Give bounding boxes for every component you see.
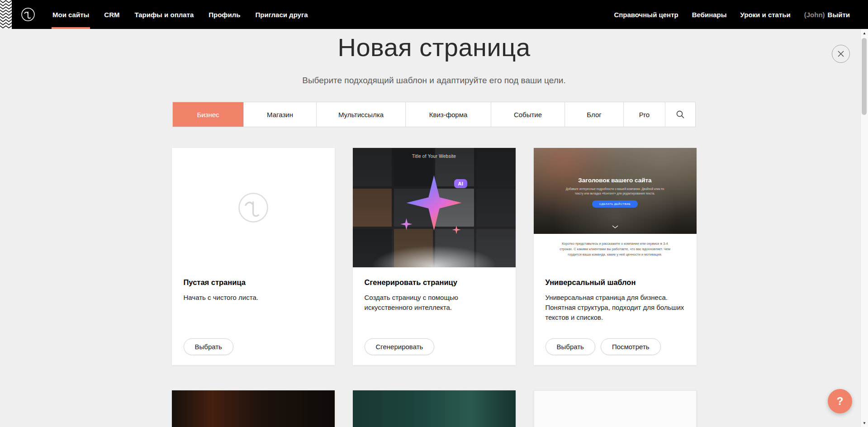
card-body: Пустая страница Начать с чистого листа. … xyxy=(172,267,335,365)
close-icon xyxy=(837,50,844,57)
choose-universal-button[interactable]: Выбрать xyxy=(545,338,595,355)
card-body: Универсальный шаблон Универсальная стран… xyxy=(534,267,697,365)
topbar: Мои сайты CRM Тарифы и оплата Профиль Пр… xyxy=(0,0,868,29)
card-title: Сгенерировать страницу xyxy=(365,278,504,287)
universal-template-preview[interactable]: Заголовок вашего сайта Добавьте интересн… xyxy=(534,148,697,267)
ai-template-preview[interactable]: Title of Your Website AI xyxy=(353,148,516,267)
card-actions: Выбрать xyxy=(184,338,323,355)
template-hero-subtitle: Добавьте интересные подробности о вашей … xyxy=(561,187,669,196)
preview-site-title: Title of Your Website xyxy=(353,154,516,159)
choose-blank-button[interactable]: Выбрать xyxy=(184,338,233,355)
scrollbar-down-arrow[interactable]: ▼ xyxy=(861,419,868,427)
template-hero-section: Заголовок вашего сайта Добавьте интересн… xyxy=(534,148,697,234)
nav-profile[interactable]: Профиль xyxy=(209,0,240,29)
tab-event[interactable]: Событие xyxy=(491,102,565,127)
card-actions: Сгенерировать xyxy=(365,338,504,355)
user-name: (John) xyxy=(804,11,825,19)
generate-page-button[interactable]: Сгенерировать xyxy=(365,338,435,355)
template-card-universal: Заголовок вашего сайта Добавьте интересн… xyxy=(534,148,697,365)
template-hero-title: Заголовок вашего сайта xyxy=(578,177,651,184)
scrollbar-thumb[interactable] xyxy=(862,38,867,115)
blank-template-preview[interactable] xyxy=(172,148,335,267)
nav-logout[interactable]: (John) Выйти xyxy=(804,0,850,29)
card-description: Начать с чистого листа. xyxy=(184,293,323,303)
search-icon xyxy=(676,110,685,119)
help-button[interactable]: ? xyxy=(828,389,852,413)
tilda-logo[interactable] xyxy=(19,5,37,24)
close-button[interactable] xyxy=(832,45,850,63)
template-card-partial[interactable] xyxy=(534,390,697,427)
chevron-down-icon xyxy=(612,222,618,230)
card-actions: Выбрать Посмотреть xyxy=(545,338,685,355)
nav-help-center[interactable]: Справочный центр xyxy=(614,0,678,29)
template-body-section: Коротко представьтесь и расскажите о ком… xyxy=(534,234,697,267)
new-page-dialog: Новая страница Выберите подходящий шабло… xyxy=(0,33,868,427)
nav-invite-friend[interactable]: Пригласи друга xyxy=(255,0,308,29)
nav-my-sites[interactable]: Мои сайты xyxy=(52,0,89,29)
ai-badge: AI xyxy=(454,179,468,188)
nav-crm[interactable]: CRM xyxy=(104,0,119,29)
page-title: Новая страница xyxy=(0,33,868,62)
logout-label: Выйти xyxy=(828,11,850,19)
page-subtitle: Выберите подходящий шаблон и адаптируйте… xyxy=(0,76,868,85)
template-card-partial[interactable] xyxy=(353,390,516,427)
tab-pro[interactable]: Pro xyxy=(624,102,665,127)
template-card-ai: Title of Your Website AI Сгенерировать с… xyxy=(353,148,516,365)
scrollbar-up-arrow[interactable]: ▲ xyxy=(861,29,868,37)
template-card-partial[interactable] xyxy=(172,390,335,427)
zigzag-pattern xyxy=(0,0,12,29)
glow-effect xyxy=(353,227,516,267)
nav-tutorials[interactable]: Уроки и статьи xyxy=(740,0,791,29)
template-card-blank: Пустая страница Начать с чистого листа. … xyxy=(172,148,335,365)
template-grid: Пустая страница Начать с чистого листа. … xyxy=(172,148,697,427)
nav-tariffs-and-payment[interactable]: Тарифы и оплата xyxy=(134,0,194,29)
tab-quiz-form[interactable]: Квиз-форма xyxy=(406,102,491,127)
template-category-tabs: Бизнес Магазин Мультиссылка Квиз-форма С… xyxy=(172,102,696,127)
nav-webinars[interactable]: Вебинары xyxy=(692,0,727,29)
topbar-right-nav: Справочный центр Вебинары Уроки и статьи… xyxy=(614,0,868,29)
template-body-text: Коротко представьтесь и расскажите о ком… xyxy=(556,241,674,267)
card-description: Универсальная страница для бизнеса. Поня… xyxy=(545,293,685,322)
tilda-watermark-icon xyxy=(233,187,274,228)
card-description: Создать страницу с помощью искусственног… xyxy=(365,293,504,313)
template-search-button[interactable] xyxy=(665,102,695,127)
tab-multilink[interactable]: Мультиссылка xyxy=(317,102,406,127)
card-title: Пустая страница xyxy=(184,278,323,287)
tab-business[interactable]: Бизнес xyxy=(173,102,244,127)
tab-store[interactable]: Магазин xyxy=(244,102,317,127)
card-body: Сгенерировать страницу Создать страницу … xyxy=(353,267,516,365)
preview-universal-button[interactable]: Посмотреть xyxy=(601,338,661,355)
card-title: Универсальный шаблон xyxy=(545,278,685,287)
tab-blog[interactable]: Блог xyxy=(565,102,624,127)
main-nav: Мои сайты CRM Тарифы и оплата Профиль Пр… xyxy=(52,0,308,29)
template-hero-button: Сделать действие xyxy=(592,200,638,208)
scrollbar[interactable]: ▲ ▼ xyxy=(860,29,868,427)
